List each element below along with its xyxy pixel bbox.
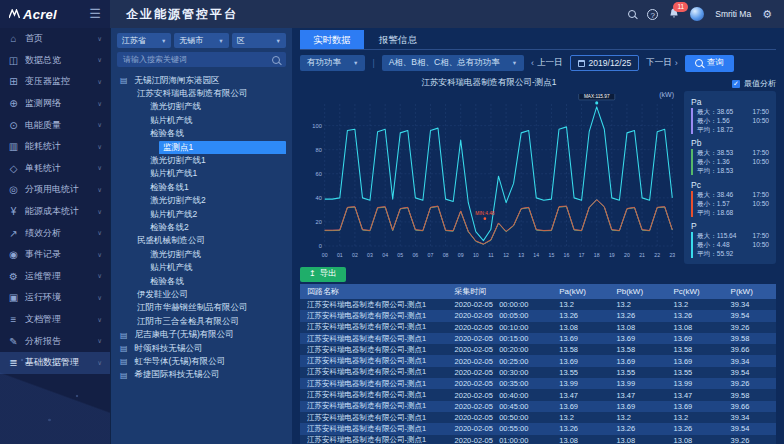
chevron-down-icon: ∨ — [97, 294, 102, 302]
stat-group-P: P最大：115.6417:50最小：4.4810:50平均：55.92 — [691, 221, 769, 258]
table-row: 江苏安科瑞电器制造有限公司-测点12020-02-05 00:00:0013.2… — [300, 299, 776, 310]
sidebar-item-operation-maintenance[interactable]: ⚙运维管理∨ — [0, 266, 110, 288]
tree-node-label: 民盛机械制造公司 — [133, 235, 209, 248]
tree-node[interactable]: 检验各线2 — [117, 221, 286, 234]
sidebar-item-data-overview[interactable]: ◫数据总览∨ — [0, 50, 110, 72]
city-select[interactable]: 无锡市▼ — [174, 33, 228, 48]
phase-select[interactable]: A相、B相、C相、总有功功率▼ — [382, 55, 524, 71]
tree-node[interactable]: ▤希捷国际科技无锡公司 — [117, 369, 286, 382]
tree-node-label: 希捷国际科技无锡公司 — [131, 369, 224, 382]
sidebar-item-basic-data[interactable]: ≣基础数据管理∨ — [0, 352, 110, 374]
tree-node[interactable]: ▤尼吉康电子(无锡)有限公司 — [117, 328, 286, 341]
tree-node[interactable]: 贴片机产线2 — [117, 208, 286, 221]
tree-node-label: 激光切割产线2 — [146, 195, 210, 208]
user-avatar[interactable] — [690, 7, 704, 21]
tree-node[interactable]: 贴片机产线 — [117, 261, 286, 274]
main-content: 实时数据报警信息 有功功率▼ | A相、B相、C相、总有功功率▼ ‹上一日 20… — [292, 28, 784, 444]
help-icon[interactable]: ? — [647, 9, 658, 20]
export-button[interactable]: ↥ 导出 — [300, 267, 346, 282]
sidebar-item-analysis-report[interactable]: ✎分析报告∨ — [0, 330, 110, 352]
app-body: ⌂首页∨◫数据总览∨⊞变压器监控∨⊕监测网络∨⊙电能质量∨▥能耗统计∨◇单耗统计… — [0, 28, 784, 444]
tree-node[interactable]: 江阴市华赫钢丝制品有限公司 — [117, 302, 286, 315]
tab-实时数据[interactable]: 实时数据 — [300, 30, 364, 49]
notifications[interactable]: 11 — [669, 8, 679, 21]
sidebar-item-subitem-electricity[interactable]: ◎分项用电统计∨ — [0, 179, 110, 201]
chevron-down-icon: ∨ — [97, 143, 102, 151]
parameter-select[interactable]: 有功功率▼ — [300, 55, 365, 71]
next-day-button[interactable]: 下一日› — [646, 57, 678, 69]
sidebar-item-performance-analysis[interactable]: ↗绩效分析∨ — [0, 222, 110, 244]
tab-报警信息[interactable]: 报警信息 — [366, 30, 430, 49]
province-select[interactable]: 江苏省▼ — [117, 33, 171, 48]
export-row: ↥ 导出 — [300, 264, 776, 284]
tree-node[interactable]: ▤无锡江阴海闸东港园区 — [117, 74, 286, 87]
sidebar-item-running-environment[interactable]: ▣运行环境∨ — [0, 287, 110, 309]
tree-node[interactable]: 伊发鞋业公司 — [117, 288, 286, 301]
tree-node[interactable]: 激光切割产线 — [117, 248, 286, 261]
sidebar-item-monitor-network[interactable]: ⊕监测网络∨ — [0, 93, 110, 115]
tree-node[interactable]: 民盛机械制造公司 — [117, 235, 286, 248]
svg-text:MIN:4.48: MIN:4.48 — [475, 211, 494, 216]
stat-group-Pc: Pc最大：38.4617:50最小：1.5710:50平均：18.68 — [691, 180, 769, 217]
svg-text:80: 80 — [315, 147, 322, 153]
tree-node[interactable]: 激光切割产线 — [117, 101, 286, 114]
table-row: 江苏安科瑞电器制造有限公司-测点12020-02-05 00:45:0013.6… — [300, 401, 776, 412]
sidebar-item-home[interactable]: ⌂首页∨ — [0, 28, 110, 50]
event-record-icon: ◉ — [8, 249, 19, 260]
prev-day-button[interactable]: ‹上一日 — [531, 57, 563, 69]
tree-node[interactable]: 贴片机产线 — [117, 114, 286, 127]
sidebar-item-document-management[interactable]: ≡文档管理∨ — [0, 309, 110, 331]
sidebar-item-label: 分析报告 — [25, 335, 61, 348]
tree-node[interactable]: 激光切割产线2 — [117, 195, 286, 208]
sidebar-item-unit-consumption[interactable]: ◇单耗统计∨ — [0, 158, 110, 180]
table-row: 江苏安科瑞电器制造有限公司-测点12020-02-05 00:40:0013.4… — [300, 389, 776, 400]
sidebar-item-transformer-monitor[interactable]: ⊞变压器监控∨ — [0, 71, 110, 93]
tree-node[interactable]: ▤虹华导体(无锡)有限公司 — [117, 355, 286, 368]
tree-node[interactable]: 江阴市三合金检具有限公司 — [117, 315, 286, 328]
chevron-down-icon: ∨ — [97, 337, 102, 345]
column-header: Pa(kW) — [552, 284, 609, 299]
region-selects: 江苏省▼ 无锡市▼ 区▼ — [117, 33, 286, 48]
table-header-row: 回路名称采集时间Pa(kW)Pb(kW)Pc(kW)P(kW) — [300, 284, 776, 299]
sidebar-item-event-record[interactable]: ◉事件记录∨ — [0, 244, 110, 266]
chevron-down-icon: ∨ — [97, 208, 102, 216]
home-icon: ⌂ — [8, 33, 19, 44]
extremum-analysis-toggle[interactable]: ✓ 最值分析 — [684, 76, 776, 91]
sidebar-item-label: 文档管理 — [25, 313, 61, 326]
tree-node[interactable]: 贴片机产线1 — [117, 168, 286, 181]
tree-node[interactable]: 检验各线 — [117, 275, 286, 288]
tree-search-input[interactable]: 请输入搜索关键词 — [117, 52, 286, 67]
tree-node-label: 江苏安科瑞电器制造有限公司 — [133, 87, 252, 100]
gear-icon[interactable]: ⚙ — [762, 8, 772, 21]
tree-node-label: 时颂科技无锡公司 — [131, 342, 207, 355]
running-environment-icon: ▣ — [8, 292, 19, 303]
tree-node[interactable]: 检验各线 — [117, 128, 286, 141]
svg-text:20: 20 — [624, 252, 630, 258]
sidebar-item-energy-consumption[interactable]: ▥能耗统计∨ — [0, 136, 110, 158]
tree-node[interactable]: 江苏安科瑞电器制造有限公司 — [117, 87, 286, 100]
svg-text:15: 15 — [548, 252, 554, 258]
query-button[interactable]: 查询 — [685, 55, 734, 72]
logo-area: Acrel ☰ — [0, 0, 110, 28]
svg-text:19: 19 — [609, 252, 615, 258]
hamburger-menu-icon[interactable]: ☰ — [89, 0, 101, 28]
svg-text:18: 18 — [594, 252, 600, 258]
tree-node[interactable]: 激光切割产线1 — [117, 154, 286, 167]
date-picker[interactable]: 2019/12/25 — [570, 55, 640, 71]
tree-node-label: 无锡江阴海闸东港园区 — [131, 74, 224, 87]
table-row: 江苏安科瑞电器制造有限公司-测点12020-02-05 00:05:0013.2… — [300, 310, 776, 321]
notification-badge: 11 — [673, 2, 688, 12]
sidebar-item-label: 电能质量 — [25, 119, 61, 132]
svg-text:100: 100 — [312, 123, 322, 129]
tree-node[interactable]: 监测点1 — [117, 141, 286, 154]
tree-node[interactable]: 检验各线1 — [117, 181, 286, 194]
district-select[interactable]: 区▼ — [232, 33, 286, 48]
tree-node-label: 贴片机产线1 — [146, 168, 201, 181]
company-icon: ▤ — [120, 371, 128, 380]
sidebar-item-energy-cost[interactable]: ¥能源成本统计∨ — [0, 201, 110, 223]
search-icon[interactable] — [628, 10, 636, 18]
tree-node[interactable]: ▤时颂科技无锡公司 — [117, 342, 286, 355]
stats-column: ✓ 最值分析 Pa最大：38.6517:50最小：1.5610:50平均：18.… — [684, 76, 776, 264]
sidebar-item-power-quality[interactable]: ⊙电能质量∨ — [0, 114, 110, 136]
tree-node-label: 尼吉康电子(无锡)有限公司 — [131, 328, 238, 341]
